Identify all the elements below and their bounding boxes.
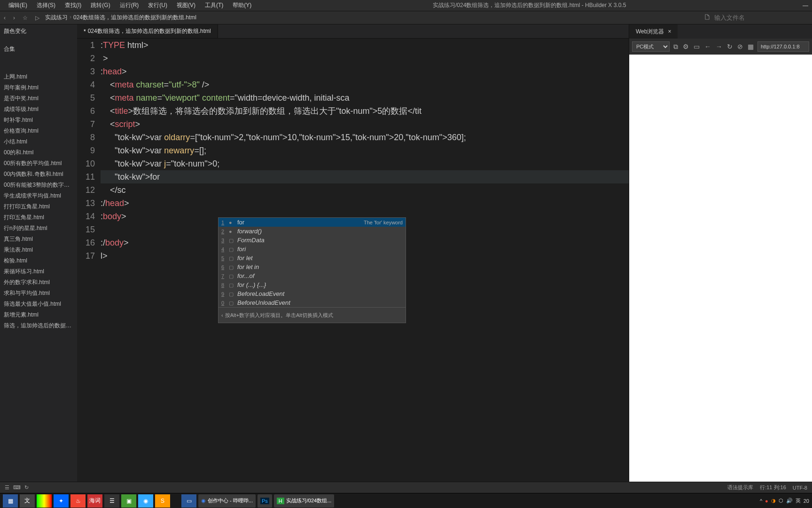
browser-refresh-icon[interactable]: ↻ <box>726 43 734 50</box>
code-line[interactable]: <meta name="viewport" content="width=dev… <box>101 91 629 104</box>
terminal-icon[interactable]: ⌨ <box>13 484 21 491</box>
collapse-icon[interactable]: ‹ <box>221 309 223 322</box>
browser-url-input[interactable] <box>757 41 809 52</box>
code-line[interactable]: <meta charset="utf-">8" /> <box>101 78 629 91</box>
sidebar-item[interactable]: 果循环练习.html <box>0 266 77 277</box>
sidebar-item[interactable]: 学生成绩求平均值.html <box>0 190 77 201</box>
sidebar-item[interactable]: 外的数字求和.html <box>0 277 77 288</box>
taskbar-photoshop[interactable]: Ps <box>258 494 272 508</box>
star-icon[interactable]: ☆ <box>23 15 28 21</box>
back-icon[interactable]: ‹ <box>4 15 6 21</box>
gear-icon[interactable]: ⚙ <box>682 43 690 50</box>
close-icon[interactable]: × <box>668 28 671 35</box>
qrcode-icon[interactable]: ▦ <box>747 43 755 50</box>
run-icon[interactable]: ▷ <box>35 15 39 21</box>
code-line[interactable]: <title>数组筛选，将筛选会的数添加到新的数组，筛选出大于"tok-num"… <box>101 104 629 118</box>
sidebar-item[interactable]: 00所有能被3整除的数字的和.html <box>0 180 77 190</box>
code-line[interactable]: "tok-kw">var j="tok-num">0; <box>101 157 629 170</box>
sidebar-header[interactable]: 合集 <box>0 42 77 55</box>
tray-icon[interactable]: 🔊 <box>786 498 793 504</box>
code-line[interactable]: "tok-kw">var newarry=[]; <box>101 144 629 157</box>
taskbar-app-icon[interactable]: ▣ <box>121 494 136 508</box>
sidebar-item[interactable]: 00的和.html <box>0 147 77 158</box>
sidebar-item[interactable]: 新增元素.html <box>0 310 77 320</box>
new-window-icon[interactable]: ⧉ <box>672 43 679 51</box>
crumb-folder[interactable]: 实战练习 <box>45 14 68 22</box>
menu-tools[interactable]: 工具(T) <box>200 1 228 9</box>
tray-icon[interactable]: ^ <box>760 498 762 504</box>
code-line[interactable]: </sc <box>101 183 629 197</box>
menu-find[interactable]: 查找(I) <box>60 1 86 9</box>
menu-run[interactable]: 运行(R) <box>115 1 144 9</box>
viewport-mode-select[interactable]: PC模式 <box>632 41 670 52</box>
sidebar-item[interactable]: 小结.html <box>0 136 77 147</box>
file-search-input[interactable] <box>714 14 808 21</box>
sidebar-item[interactable]: 是否中奖.html <box>0 93 77 104</box>
sidebar-item[interactable]: 00内偶数和.奇数和.html <box>0 169 77 180</box>
status-encoding[interactable]: UTF-8 <box>793 485 807 491</box>
taskbar-app-icon[interactable]: ☰ <box>104 494 119 508</box>
code-line[interactable]: :TYPE html> <box>101 39 629 52</box>
browser-stop-icon[interactable]: ⊘ <box>736 43 744 50</box>
sidebar-item[interactable]: 打印五角星.html <box>0 212 77 223</box>
sidebar-item[interactable]: 筛选，追加帅选后的数据到新的数组... <box>0 320 77 331</box>
menu-publish[interactable]: 发行(U) <box>143 1 172 9</box>
responsive-icon[interactable]: ▭ <box>693 43 701 50</box>
sidebar-item[interactable]: 真三角.html <box>0 234 77 245</box>
taskbar-app-icon[interactable] <box>37 494 52 508</box>
crumb-file[interactable]: 024数组筛选，追加帅选后的数据到新的数组.html <box>73 14 196 22</box>
code-line[interactable]: :/head> <box>101 197 629 210</box>
sidebar-item[interactable]: 时补零.html <box>0 115 77 126</box>
sidebar-item[interactable]: 价格查询.html <box>0 126 77 136</box>
status-position[interactable]: 行:11 列:16 <box>760 484 786 491</box>
taskbar-chrome[interactable]: ◉ 创作中心 - 哔哩哔... <box>198 494 256 508</box>
sidebar-item[interactable]: 成绩等级.html <box>0 104 77 115</box>
sidebar-item[interactable]: 00所有数的平均值.html <box>0 158 77 169</box>
taskbar-app-icon[interactable]: ▭ <box>181 494 196 508</box>
system-tray[interactable]: ^ ● ◑ ⬡ 🔊 英 20 <box>760 497 809 504</box>
menu-help[interactable]: 帮助(Y) <box>228 1 256 9</box>
browser-forward-icon[interactable]: → <box>715 43 723 50</box>
taskbar-app-icon[interactable]: ▦ <box>3 494 18 508</box>
sidebar-item[interactable]: 上网.html <box>0 71 77 82</box>
status-syntax[interactable]: 语法提示库 <box>727 484 753 491</box>
sidebar-item[interactable]: 检验.html <box>0 255 77 266</box>
outline-icon[interactable]: ☰ <box>5 484 9 491</box>
browser-content[interactable] <box>629 55 812 482</box>
taskbar-app-icon[interactable]: S <box>155 494 170 508</box>
menu-view[interactable]: 视图(V) <box>172 1 200 9</box>
browser-tab[interactable]: Web浏览器 × <box>629 24 678 39</box>
sidebar-item[interactable]: 乘法表.html <box>0 245 77 255</box>
taskbar-app-icon[interactable]: 海词 <box>87 494 102 508</box>
sidebar-item[interactable]: 行n列的星星.html <box>0 223 77 234</box>
sidebar-item[interactable]: 求和与平均值.html <box>0 288 77 299</box>
menu-goto[interactable]: 跳转(G) <box>86 1 115 9</box>
tray-time[interactable]: 20 <box>804 498 809 504</box>
editor-tab[interactable]: * 024数组筛选，追加帅选后的数据到新的数组.html <box>77 24 218 38</box>
tray-icon[interactable]: ⬡ <box>779 498 783 504</box>
minimize-icon[interactable]: — <box>803 2 808 9</box>
taskbar-hbuilder[interactable]: H 实战练习/024数组... <box>274 494 335 508</box>
browser-back-icon[interactable]: ← <box>703 43 712 50</box>
sync-icon[interactable]: ↻ <box>24 484 29 491</box>
taskbar-app-icon[interactable]: ◉ <box>138 494 153 508</box>
code-line[interactable]: "tok-kw">for <box>101 170 629 183</box>
code-line[interactable]: "tok-kw">var oldarry=["tok-num">2,"tok-n… <box>101 131 629 144</box>
taskbar-app-icon[interactable]: ✦ <box>54 494 69 508</box>
sidebar-item[interactable]: 筛选最大值最小值.html <box>0 299 77 310</box>
tray-ime[interactable]: 英 <box>796 497 801 504</box>
taskbar-app-icon[interactable]: 文 <box>20 494 35 508</box>
code-line[interactable]: :head> <box>101 65 629 78</box>
autocomplete-item[interactable]: 0▢BeforeUnloadEvent <box>219 298 406 307</box>
menu-select[interactable]: 选择(S) <box>32 1 60 9</box>
code-area[interactable]: 1234567891011121314151617 :TYPE html> >:… <box>77 39 629 482</box>
forward-icon[interactable]: › <box>13 15 15 21</box>
code-line[interactable]: > <box>101 52 629 65</box>
sidebar-item[interactable]: 打打印五角星.html <box>0 201 77 212</box>
code-line[interactable]: <script> <box>101 118 629 131</box>
tray-icon[interactable]: ● <box>765 498 768 504</box>
sidebar-item[interactable]: 周年案例.html <box>0 82 77 93</box>
sidebar-header[interactable]: 颜色变化 <box>0 24 77 37</box>
taskbar-app-icon[interactable]: ♨ <box>70 494 86 508</box>
menu-edit[interactable]: 编辑(E) <box>4 1 32 9</box>
